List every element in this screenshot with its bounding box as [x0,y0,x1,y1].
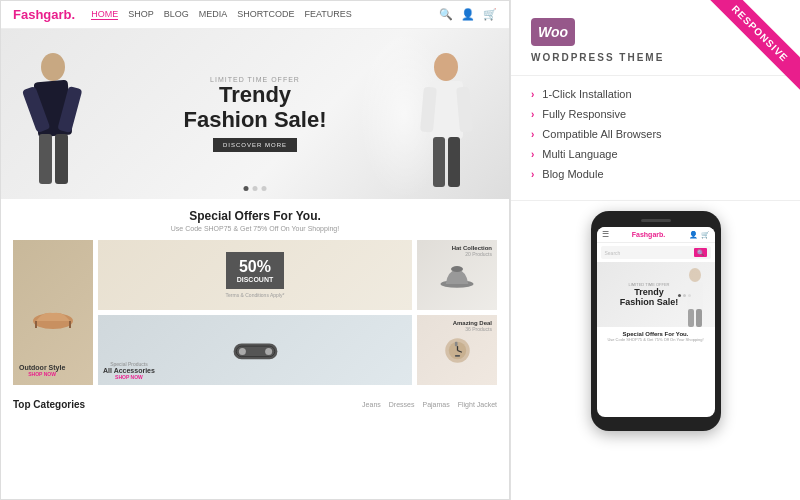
arrow-icon-1: › [531,89,534,100]
phone-hero: LIMITED TIME OFFER Trendy Fashion Sale! [597,262,715,327]
offers-section: Special Offers For You. Use Code SHOP75 … [1,199,509,393]
site-icons: 🔍 👤 🛒 [439,8,497,21]
person-left [21,49,86,199]
cat-jeans[interactable]: Jeans [362,401,381,408]
offer-accessories[interactable]: Special Products All Accessories SHOP NO… [98,315,412,385]
phone-logo: Fashgarb. [632,231,665,238]
nav-shortcode[interactable]: SHORTCODE [237,9,294,20]
phone-search-placeholder: Search [605,250,694,256]
phone-section: ☰ Fashgarb. 👤 🛒 Search 🔍 [511,201,800,500]
categories-title: Top Categories [13,399,85,410]
offer-outdoor[interactable]: Outdoor Style SHOP NOW [13,240,93,385]
hero-title: Trendy Fashion Sale! [183,83,326,131]
svg-rect-4 [39,134,52,184]
user-icon[interactable]: 👤 [461,8,475,21]
hero-cta-button[interactable]: DISCOVER MORE [213,138,297,152]
nav-blog[interactable]: BLOG [164,9,189,20]
svg-point-0 [41,53,65,81]
svg-point-27 [689,268,701,282]
phone-user-icon: 👤 [689,231,698,239]
svg-rect-24 [454,354,459,356]
categories-header: Top Categories Jeans Dresses Pajamas Fli… [13,399,497,410]
acc-label: All Accessories [103,367,155,374]
phone-offers-sub: Use Code SHOP75 & Get 75% Off On Your Sh… [601,337,711,342]
offers-title: Special Offers For You. [13,209,497,223]
site-nav: HOME SHOP BLOG MEDIA SHORTCODE FEATURES [91,9,439,20]
feature-3: › Compatible All Browsers [531,128,780,140]
offers-subtitle: Use Code SHOP75 & Get 75% Off On Your Sh… [13,225,497,232]
phone-search-bar: Search 🔍 [601,246,711,259]
phone-cart-icon: 🛒 [701,231,710,239]
site-header: Fashgarb. HOME SHOP BLOG MEDIA SHORTCODE… [1,1,509,29]
arrow-icon-4: › [531,149,534,160]
hero-text: LIMITED TIME OFFER Trendy Fashion Sale! … [183,76,326,151]
cat-jacket[interactable]: Flight Jacket [458,401,497,408]
phone-header: ☰ Fashgarb. 👤 🛒 [597,227,715,243]
phone-hero-title: Trendy Fashion Sale! [620,287,679,307]
dot-2[interactable] [253,186,258,191]
feature-4: › Multi Language [531,148,780,160]
phone-mockup: ☰ Fashgarb. 👤 🛒 Search 🔍 [591,211,721,431]
phone-icons: 👤 🛒 [689,231,710,239]
svg-rect-30 [696,309,702,327]
offer-hat[interactable]: Hat Collection 20 Products [417,240,497,310]
phone-hero-text: LIMITED TIME OFFER Trendy Fashion Sale! [620,282,679,307]
hat-sub: 20 Products [452,251,492,257]
nav-media[interactable]: MEDIA [199,9,228,20]
svg-rect-23 [454,341,457,345]
deal-sub: 36 Products [453,326,492,332]
discount-label: DISCOUNT [236,276,275,283]
dot-1[interactable] [244,186,249,191]
arrow-icon-2: › [531,109,534,120]
phone-offers: Special Offers For You. Use Code SHOP75 … [597,327,715,344]
offer-discount[interactable]: 50% DISCOUNT Terms & Conditions Apply* [98,240,412,310]
site-logo: Fashgarb. [13,7,75,22]
categories-section: Top Categories Jeans Dresses Pajamas Fli… [1,393,509,421]
svg-point-20 [265,347,272,354]
arrow-icon-3: › [531,129,534,140]
woo-icon: Woo [531,18,575,46]
cart-icon[interactable]: 🛒 [483,8,497,21]
feature-2: › Fully Responsive [531,108,780,120]
search-icon[interactable]: 🔍 [439,8,453,21]
person-right [414,49,479,199]
hero-section: LIMITED TIME OFFER Trendy Fashion Sale! … [1,29,509,199]
offer-deal[interactable]: Amazing Deal 36 Products [417,315,497,385]
svg-rect-29 [688,309,694,327]
category-tabs: Jeans Dresses Pajamas Flight Jacket [362,401,497,408]
discount-terms: Terms & Conditions Apply* [226,292,285,298]
phone-search-button[interactable]: 🔍 [694,248,707,257]
svg-rect-5 [55,134,68,184]
svg-point-16 [451,266,463,272]
dot-3[interactable] [262,186,267,191]
svg-rect-10 [433,137,445,187]
offers-grid: Outdoor Style SHOP NOW 50% DISCOUNT Term… [13,240,497,385]
responsive-label: RESPONSIVE [702,0,800,91]
outdoor-shop-now[interactable]: SHOP NOW [19,371,65,377]
outdoor-label: Outdoor Style [19,364,65,371]
acc-shop-now[interactable]: SHOP NOW [103,374,155,380]
site-preview: Fashgarb. HOME SHOP BLOG MEDIA SHORTCODE… [0,0,510,500]
nav-home[interactable]: HOME [91,9,118,20]
svg-rect-11 [448,137,460,187]
nav-features[interactable]: FEATURES [305,9,352,20]
phone-menu-icon: ☰ [602,230,609,239]
phone-speaker [641,219,671,222]
svg-rect-28 [687,282,703,310]
feature-text-1: 1-Click Installation [542,88,631,100]
discount-badge: 50% DISCOUNT [226,252,285,289]
feature-text-2: Fully Responsive [542,108,626,120]
feature-5: › Blog Module [531,168,780,180]
svg-point-6 [434,53,458,81]
nav-shop[interactable]: SHOP [128,9,154,20]
feature-text-5: Blog Module [542,168,603,180]
hero-dots [244,186,267,191]
cat-pajamas[interactable]: Pajamas [422,401,449,408]
feature-text-4: Multi Language [542,148,617,160]
right-panel: RESPONSIVE Woo WORDPRESS THEME › 1-Click… [510,0,800,500]
svg-point-19 [238,347,245,354]
cat-dresses[interactable]: Dresses [389,401,415,408]
arrow-icon-5: › [531,169,534,180]
responsive-banner: RESPONSIVE [700,0,800,100]
feature-text-3: Compatible All Browsers [542,128,661,140]
